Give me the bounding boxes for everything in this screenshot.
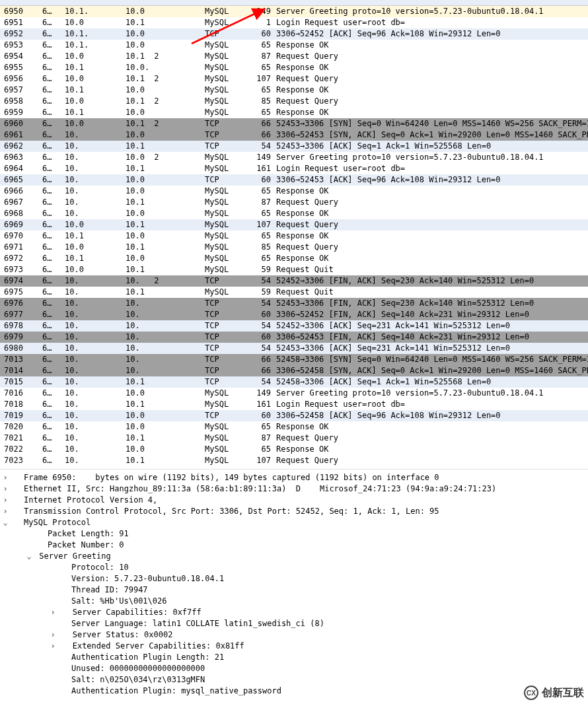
packet-row[interactable]: 69726…10.110.0MySQL65Response OK [0,253,588,264]
packet-row[interactable]: 70156…10.10.1TCP5452458→3306 [ACK] Seq=1… [0,376,588,388]
tree-language[interactable]: Server Language: latin1 COLLATE latin1_s… [0,618,588,629]
packet-row[interactable]: 69536…10.1.10.0MySQL65Response OK [0,40,588,51]
col-info: Server Greeting proto=10 version=5.7.23-… [274,6,588,17]
chevron-right-icon[interactable]: › [0,506,11,517]
col-protocol: MySQL [205,455,246,466]
packet-row[interactable]: 69646…10.10.1MySQL161Login Request user=… [0,163,588,174]
col-no: 6965 [0,174,42,186]
chevron-right-icon[interactable]: › [48,629,58,641]
col-length: 65 [246,208,274,219]
chevron-down-icon[interactable]: ⌄ [0,517,11,528]
packet-row[interactable]: 69626…10.10.1TCP5452453→3306 [ACK] Seq=1… [0,141,588,152]
tree-status[interactable]: › Server Status: 0x0002 [0,629,588,641]
packet-row[interactable]: 69716…10.010.1MySQL85Request Query [0,242,588,253]
chevron-right-icon[interactable]: › [48,607,58,618]
tree-ip[interactable]: ›Internet Protocol Version 4, [0,495,588,506]
col-length: 60 [246,309,274,320]
packet-row[interactable]: 70146…10.10.TCP663306→52458 [SYN, ACK] S… [0,365,588,376]
chevron-right-icon[interactable]: › [48,641,58,652]
col-src: 10. [65,410,126,421]
partial-row [0,0,588,6]
col-src: 10. [65,320,126,332]
packet-row[interactable]: 69766…10.10.TCP5452453→3306 [FIN, ACK] S… [0,298,588,309]
packet-row[interactable]: 70186…10.10.1MySQL161Login Request user=… [0,399,588,410]
packet-row[interactable]: 69746…10.10. 2TCP5452452→3306 [FIN, ACK]… [0,275,588,287]
packet-row[interactable]: 69776…10.10.TCP603306→52452 [FIN, ACK] S… [0,309,588,320]
tree-frame[interactable]: ›Frame 6950: bytes on wire (1192 bits), … [0,472,588,483]
packet-row[interactable]: 69686…10.10.0MySQL65Response OK [0,208,588,219]
tree-packet-number[interactable]: Packet Number: 0 [0,540,588,551]
col-length: 59 [246,264,274,275]
chevron-down-icon[interactable]: ⌄ [24,551,34,562]
packet-detail-tree[interactable]: ›Frame 6950: bytes on wire (1192 bits), … [0,470,588,697]
col-protocol: MySQL [205,197,246,208]
tree-unused[interactable]: Unused: 00000000000000000000 [0,663,588,674]
packet-row[interactable]: 69706…10.110.0MySQL65Response OK [0,230,588,242]
col-no: 6975 [0,287,42,298]
packet-row[interactable]: 69796…10.10.TCP603306→52453 [FIN, ACK] S… [0,332,588,343]
packet-row[interactable]: 69806…10.10.TCP5452453→3306 [ACK] Seq=23… [0,343,588,354]
packet-row[interactable]: 69656…10.10.0TCP603306→52453 [ACK] Seq=9… [0,174,588,186]
col-src: 10. [65,275,126,287]
packet-row[interactable]: 69576…10.110.0MySQL65Response OK [0,85,588,96]
col-no: 6973 [0,264,42,275]
col-info: 52453→3306 [SYN] Seq=0 Win=64240 Len=0 M… [274,118,588,129]
packet-row[interactable]: 69736…10.010.1MySQL59Request Quit [0,264,588,275]
col-time: 6… [42,62,65,73]
packet-row[interactable]: 69666…10.10.0MySQL65Response OK [0,186,588,197]
col-length: 65 [246,444,274,455]
packet-row[interactable]: 69756…10.10.1MySQL59Request Quit [0,287,588,298]
col-no: 6961 [0,129,42,141]
packet-row[interactable]: 70216…10.10.1MySQL87Request Query [0,433,588,444]
packet-row[interactable]: 70236…10.10.1MySQL107Request Query [0,455,588,466]
col-info: 52453→3306 [ACK] Seq=1 Ack=1 Win=525568 … [274,141,588,152]
col-length: 85 [246,242,274,253]
tree-capabilities[interactable]: › Server Capabilities: 0xf7ff [0,607,588,618]
packet-row[interactable]: 69566…10.010.1 2MySQL107Request Query [0,73,588,85]
tree-ethernet[interactable]: ›Ethernet II, Src: Hangzhou_89:11:3a (58… [0,483,588,495]
packet-row[interactable]: 70206…10.10.0MySQL65Response OK [0,421,588,433]
tree-mysql[interactable]: ⌄MySQL Protocol [0,517,588,528]
packet-row[interactable]: 69506…10.1.10.0MySQL149Server Greeting p… [0,6,588,17]
col-protocol: MySQL [205,17,246,28]
packet-row[interactable]: 69676…10.10.1MySQL87Request Query [0,197,588,208]
tree-auth-plugin[interactable]: Authentication Plugin: mysql_native_pass… [0,686,588,697]
col-info: 52452→3306 [FIN, ACK] Seq=230 Ack=140 Wi… [274,275,588,287]
packet-row[interactable]: 69546…10.010.1 2MySQL87Request Query [0,51,588,62]
tree-salt2[interactable]: Salt: n\025O\034\rz\0313gMFN [0,674,588,686]
chevron-right-icon[interactable]: › [0,472,11,483]
tree-version[interactable]: Version: 5.7.23-0ubuntu0.18.04.1 [0,573,588,584]
col-no: 6964 [0,163,42,174]
tree-protocol[interactable]: Protocol: 10 [0,562,588,573]
tree-server-greeting[interactable]: ⌄ Server Greeting [0,551,588,562]
col-src: 10. [65,152,126,163]
packet-row[interactable]: 69606…10.010.1 2TCP6652453→3306 [SYN] Se… [0,118,588,129]
packet-row[interactable]: 69526…10.1.10.0TCP603306→52452 [ACK] Seq… [0,28,588,40]
col-src: 10. [65,332,126,343]
col-length: 149 [246,6,274,17]
packet-row[interactable]: 69636…10.10.0 2MySQL149Server Greeting p… [0,152,588,163]
packet-row[interactable]: 70226…10.10.0MySQL65Response OK [0,444,588,455]
packet-row[interactable]: 69696…10.010.1MySQL107Request Query [0,219,588,230]
tree-salt[interactable]: Salt: %Hb'Us\001\026 [0,596,588,607]
packet-list[interactable]: 69506…10.1.10.0MySQL149Server Greeting p… [0,0,588,470]
tree-thread-id[interactable]: Thread ID: 79947 [0,584,588,596]
packet-row[interactable]: 70166…10.10.0MySQL149Server Greeting pro… [0,388,588,399]
chevron-right-icon[interactable]: › [0,483,11,495]
packet-row[interactable]: 69616…10. 10.0TCP663306→52453 [SYN, ACK]… [0,129,588,141]
packet-row[interactable]: 70196…10.10.0TCP603306→52458 [ACK] Seq=9… [0,410,588,421]
tree-auth-plugin-length[interactable]: Authentication Plugin Length: 21 [0,652,588,663]
chevron-right-icon[interactable]: › [0,495,11,506]
col-protocol: TCP [205,298,246,309]
tree-packet-length[interactable]: Packet Length: 91 [0,528,588,540]
packet-row[interactable]: 69586…10.010.1 2MySQL85Request Query [0,96,588,107]
packet-row[interactable]: 69556…10.110.0.MySQL65Response OK [0,62,588,73]
packet-row[interactable]: 70136…10.10.TCP6652458→3306 [SYN] Seq=0 … [0,354,588,365]
col-dst: 10.0 [126,444,205,455]
packet-row[interactable]: 69596…10.110.0MySQL65Response OK [0,107,588,118]
tree-ext-capabilities[interactable]: › Extended Server Capabilities: 0x81ff [0,641,588,652]
tree-tcp[interactable]: ›Transmission Control Protocol, Src Port… [0,506,588,517]
packet-row[interactable]: 69786…10.10.TCP5452452→3306 [ACK] Seq=23… [0,320,588,332]
packet-row[interactable]: 69516…10.010.1MySQL1Login Request user=r… [0,17,588,28]
col-time: 6… [42,410,65,421]
